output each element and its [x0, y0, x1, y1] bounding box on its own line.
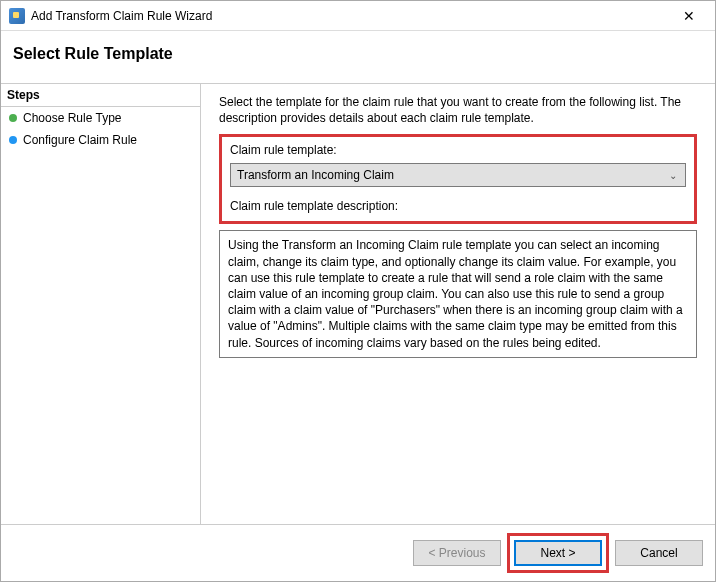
steps-header: Steps — [1, 84, 200, 107]
dialog-window: Add Transform Claim Rule Wizard ✕ Select… — [0, 0, 716, 582]
dropdown-selected-value: Transform an Incoming Claim — [237, 168, 394, 182]
template-highlight: Claim rule template: Transform an Incomi… — [219, 134, 697, 224]
wizard-body: Steps Choose Rule Type Configure Claim R… — [1, 83, 715, 524]
next-highlight: Next > — [507, 533, 609, 573]
intro-text: Select the template for the claim rule t… — [219, 94, 697, 126]
close-icon: ✕ — [683, 8, 695, 24]
description-label: Claim rule template description: — [230, 199, 686, 213]
step-configure-claim-rule[interactable]: Configure Claim Rule — [1, 129, 200, 151]
chevron-down-icon: ⌄ — [669, 170, 677, 181]
template-description: Using the Transform an Incoming Claim ru… — [219, 230, 697, 357]
spacer — [219, 358, 697, 514]
step-choose-rule-type[interactable]: Choose Rule Type — [1, 107, 200, 129]
step-label: Configure Claim Rule — [23, 133, 137, 147]
step-label: Choose Rule Type — [23, 111, 122, 125]
close-button[interactable]: ✕ — [666, 2, 711, 30]
claim-rule-template-dropdown[interactable]: Transform an Incoming Claim ⌄ — [230, 163, 686, 187]
cancel-button[interactable]: Cancel — [615, 540, 703, 566]
template-label: Claim rule template: — [230, 143, 686, 157]
wizard-icon — [9, 8, 25, 24]
step-bullet-icon — [9, 114, 17, 122]
page-title: Select Rule Template — [1, 31, 715, 83]
window-title: Add Transform Claim Rule Wizard — [31, 9, 666, 23]
next-button[interactable]: Next > — [514, 540, 602, 566]
previous-button: < Previous — [413, 540, 501, 566]
main-panel: Select the template for the claim rule t… — [201, 84, 715, 524]
button-row: < Previous Next > Cancel — [1, 524, 715, 581]
titlebar: Add Transform Claim Rule Wizard ✕ — [1, 1, 715, 31]
step-bullet-icon — [9, 136, 17, 144]
steps-sidebar: Steps Choose Rule Type Configure Claim R… — [1, 84, 201, 524]
